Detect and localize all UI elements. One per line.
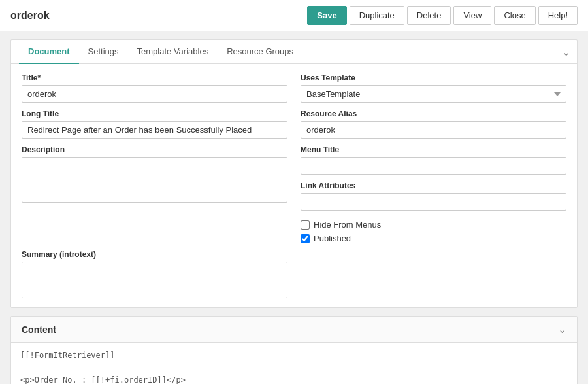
duplicate-button[interactable]: Duplicate — [350, 6, 404, 25]
document-form: Title* Uses Template BaseTemplate Long T… — [11, 64, 577, 307]
help-button[interactable]: Help! — [538, 6, 578, 25]
menu-title-label: Menu Title — [301, 145, 566, 154]
summary-textarea[interactable] — [22, 262, 287, 298]
hide-from-menus-row: Hide From Menus — [301, 220, 566, 230]
tab-document[interactable]: Document — [19, 40, 79, 64]
tab-template-variables[interactable]: Template Variables — [128, 40, 218, 64]
right-column: Menu Title Link Attributes Hide From Men… — [301, 145, 566, 243]
tab-settings[interactable]: Settings — [79, 40, 128, 64]
content-panel: Content ⌄ [[!FormItRetriever]] <p>Order … — [10, 316, 578, 384]
long-title-label: Long Title — [22, 109, 287, 118]
panel-collapse-button[interactable]: ⌄ — [562, 46, 570, 58]
hide-from-menus-checkbox[interactable] — [301, 220, 310, 230]
menu-title-group: Menu Title — [301, 145, 566, 175]
hide-from-menus-label: Hide From Menus — [314, 220, 381, 230]
description-group: Description — [22, 145, 287, 243]
document-panel: Document Settings Template Variables Res… — [10, 39, 578, 308]
uses-template-select[interactable]: BaseTemplate — [301, 85, 566, 103]
description-label: Description — [22, 145, 287, 154]
summary-group: Summary (introtext) — [22, 250, 287, 298]
close-button[interactable]: Close — [494, 6, 535, 25]
description-textarea[interactable] — [22, 157, 287, 203]
resource-alias-input[interactable] — [301, 121, 566, 139]
checkbox-area: Hide From Menus Published — [301, 217, 566, 243]
title-group: Title* — [22, 73, 287, 103]
published-row: Published — [301, 234, 566, 243]
uses-template-label: Uses Template — [301, 73, 566, 82]
content-editor[interactable]: [[!FormItRetriever]] <p>Order No. : [[!+… — [11, 343, 577, 384]
published-label: Published — [314, 234, 351, 243]
resource-alias-label: Resource Alias — [301, 109, 566, 118]
content-panel-header: Content ⌄ — [11, 317, 577, 343]
link-attributes-group: Link Attributes — [301, 181, 566, 211]
tab-bar: Document Settings Template Variables Res… — [11, 40, 577, 64]
page-title: orderok — [10, 10, 307, 22]
content-panel-collapse-button[interactable]: ⌄ — [558, 323, 566, 336]
long-title-group: Long Title — [22, 109, 287, 139]
view-button[interactable]: View — [453, 6, 491, 25]
header: orderok Save Duplicate Delete View Close… — [0, 0, 588, 31]
uses-template-group: Uses Template BaseTemplate — [301, 73, 566, 103]
tab-resource-groups[interactable]: Resource Groups — [218, 40, 302, 64]
menu-title-input[interactable] — [301, 157, 566, 175]
title-label: Title* — [22, 73, 287, 82]
link-attributes-label: Link Attributes — [301, 181, 566, 190]
toolbar: Save Duplicate Delete View Close Help! — [307, 6, 578, 25]
content-panel-title: Content — [22, 324, 56, 335]
save-button[interactable]: Save — [307, 6, 346, 25]
published-checkbox[interactable] — [301, 234, 310, 243]
title-input[interactable] — [22, 85, 287, 103]
summary-label: Summary (introtext) — [22, 250, 287, 259]
link-attributes-input[interactable] — [301, 193, 566, 211]
long-title-input[interactable] — [22, 121, 287, 139]
main-content: Document Settings Template Variables Res… — [0, 31, 588, 384]
resource-alias-group: Resource Alias — [301, 109, 566, 139]
delete-button[interactable]: Delete — [407, 6, 451, 25]
